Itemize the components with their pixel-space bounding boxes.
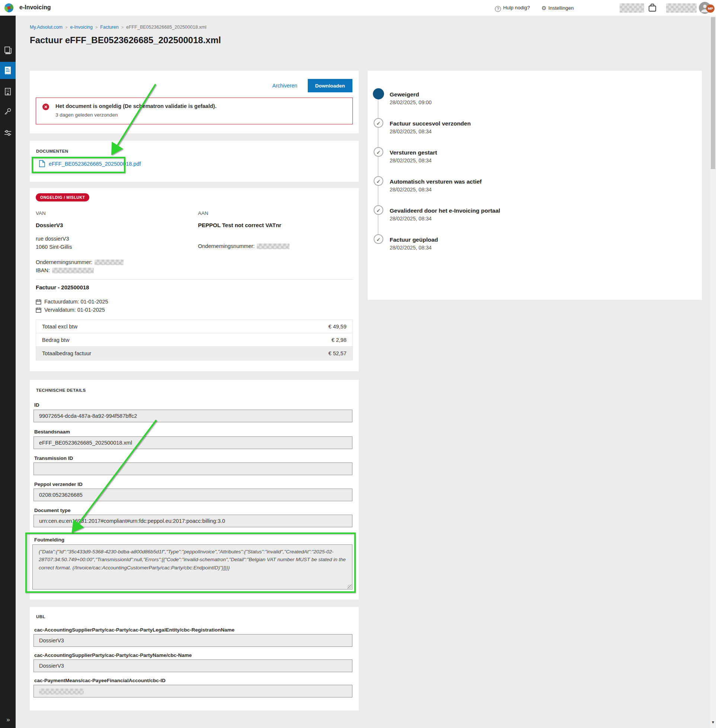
field-label-registration-name: cac-AccountingSupplierParty/cac-Party/ca… bbox=[34, 627, 234, 633]
documents-copy-icon bbox=[3, 46, 12, 55]
from-address-line1: rue dossierV3 bbox=[36, 236, 69, 242]
alert-subtitle: 3 dagen geleden verzonden bbox=[55, 112, 118, 118]
calendar-icon bbox=[36, 299, 41, 305]
settings-menu[interactable]: ⚙Instellingen bbox=[542, 5, 574, 12]
gear-icon: ⚙ bbox=[542, 5, 546, 11]
scrollbar-track[interactable]: ▼ bbox=[710, 16, 716, 728]
due-date-row: Vervaldatum: 01-01-2025 bbox=[36, 307, 105, 313]
scrollbar-down-arrow[interactable]: ▼ bbox=[711, 720, 715, 724]
documents-card: DOCUMENTEN eFFF_BE0523626685_202500018.p… bbox=[30, 141, 359, 182]
sidebar-item-keys[interactable] bbox=[0, 103, 16, 120]
check-icon: ✓ bbox=[374, 118, 383, 128]
field-label-bestandsnaam: Bestandsnaam bbox=[34, 429, 70, 435]
from-name: DossierV3 bbox=[36, 222, 63, 228]
field-id[interactable]: 99072654-dcda-487a-8a92-994f587bffc2 bbox=[33, 410, 352, 422]
table-row-total: Totaalbedrag factuur€ 52,57 bbox=[36, 347, 352, 360]
adsolut-logo-icon bbox=[5, 3, 14, 12]
field-label-payee-account-id: cac-PaymentMeans/cac-PayeeFinancialAccou… bbox=[34, 678, 165, 683]
validation-error-alert: ✕ Het document is ongeldig (De schematro… bbox=[36, 97, 353, 125]
check-icon: ✓ bbox=[374, 147, 383, 157]
breadcrumb-link-einvoicing[interactable]: e-Invoicing bbox=[70, 24, 92, 30]
field-registration-name[interactable]: DossierV3 bbox=[33, 634, 352, 647]
breadcrumb-separator: > bbox=[121, 25, 124, 29]
help-icon: ? bbox=[495, 6, 501, 12]
invoice-doc-title: Factuur - 202500018 bbox=[36, 284, 89, 290]
invoice-summary-card: ONGELDIG / MISLUKT VAN DossierV3 rue dos… bbox=[30, 188, 359, 371]
check-icon: ✓ bbox=[374, 234, 383, 244]
field-label-foutmelding: Foutmelding bbox=[34, 537, 64, 543]
invoice-list-icon bbox=[4, 66, 12, 75]
divider bbox=[36, 279, 353, 280]
breadcrumb-current: eFFF_BE0523626685_202500018.xml bbox=[126, 24, 206, 30]
breadcrumb: My.Adsolut.com>e-Invoicing>Facturen>eFFF… bbox=[30, 24, 206, 30]
from-iban: IBAN: bbox=[36, 267, 94, 273]
field-party-name[interactable]: DossierV3 bbox=[33, 660, 352, 672]
field-label-transmission-id: Transmission ID bbox=[34, 455, 73, 461]
breadcrumb-link-home[interactable]: My.Adsolut.com bbox=[30, 24, 62, 30]
totals-table: Totaal excl btw€ 49,59 Bedrag btw€ 2,98 … bbox=[36, 319, 353, 360]
table-row-vat: Bedrag btw€ 2,98 bbox=[36, 333, 352, 347]
field-peppol-verzender-id[interactable]: 0208:0523626685 bbox=[33, 489, 352, 501]
from-address-line2: 1060 Sint-Gillis bbox=[36, 244, 72, 250]
to-name: PEPPOL Test not correct VATnr bbox=[198, 222, 281, 228]
redacted-company-number bbox=[257, 243, 290, 249]
field-payee-account-id[interactable] bbox=[33, 685, 352, 698]
help-menu[interactable]: ?Hulp nodig? bbox=[495, 5, 530, 12]
sliders-icon bbox=[3, 128, 12, 137]
redacted-company-text bbox=[620, 3, 644, 13]
redacted-company-number bbox=[94, 260, 124, 265]
timeline-rejected-dot bbox=[373, 88, 384, 99]
download-button[interactable]: Downloaden bbox=[308, 79, 352, 92]
sidebar-item-preferences[interactable] bbox=[0, 125, 16, 141]
status-badge: ONGELDIG / MISLUKT bbox=[36, 193, 90, 201]
sidebar-item-invoices-active[interactable] bbox=[0, 62, 16, 79]
ubl-card: UBL cac-AccountingSupplierParty/cac-Part… bbox=[30, 607, 359, 710]
resize-grip[interactable] bbox=[347, 585, 352, 589]
field-label-id: ID bbox=[34, 402, 39, 408]
sidebar-item-documents[interactable] bbox=[0, 42, 16, 59]
settings-label: Instellingen bbox=[548, 5, 573, 11]
actions-card: Archiveren Downloaden ✕ Het document is … bbox=[30, 71, 359, 133]
topbar: e-Invoicing ?Hulp nodig? ⚙Instellingen M… bbox=[0, 0, 716, 16]
field-label-party-name: cac-AccountingSupplierParty/cac-Party/ca… bbox=[34, 652, 192, 658]
app-title: e-Invoicing bbox=[19, 4, 51, 11]
breadcrumb-separator: > bbox=[95, 25, 97, 29]
pdf-document-link-row[interactable]: eFFF_BE0523626685_202500018.pdf bbox=[39, 160, 141, 167]
file-icon bbox=[39, 160, 45, 167]
building-icon bbox=[3, 87, 12, 96]
to-company-number: Ondernemingsnummer: bbox=[198, 243, 290, 249]
to-label: AAN bbox=[198, 210, 208, 216]
documents-heading: DOCUMENTEN bbox=[36, 149, 68, 154]
briefcase-icon[interactable] bbox=[647, 3, 658, 13]
page-title: Factuur eFFF_BE0523626685_202500018.xml bbox=[30, 35, 221, 46]
from-label: VAN bbox=[36, 210, 46, 216]
scrollbar-thumb[interactable] bbox=[711, 17, 715, 169]
table-row-total-excl: Totaal excl btw€ 49,59 bbox=[36, 320, 352, 333]
archive-button[interactable]: Archiveren bbox=[272, 83, 297, 89]
alert-title: Het document is ongeldig (De schematron … bbox=[55, 103, 217, 109]
field-document-type[interactable]: urn:cen.eu:en16931:2017#compliant#urn:fd… bbox=[33, 515, 352, 527]
technical-heading: TECHNISCHE DETAILS bbox=[36, 388, 86, 392]
field-label-document-type: Document type bbox=[34, 508, 71, 513]
field-bestandsnaam[interactable]: eFFF_BE0523626685_202500018.xml bbox=[33, 436, 352, 449]
field-transmission-id[interactable] bbox=[33, 462, 352, 475]
field-foutmelding[interactable]: {"Data":{"Id":"35c433d9-5368-4230-bdba-a… bbox=[32, 544, 352, 590]
check-icon: ✓ bbox=[374, 176, 383, 186]
avatar-initials-badge[interactable]: MP bbox=[706, 5, 714, 13]
redacted-account-id bbox=[39, 688, 84, 695]
from-company-number: Ondernemingsnummer: bbox=[36, 259, 124, 265]
status-timeline-card: Geweigerd 28/02/2025, 09:00 ✓ Factuur su… bbox=[368, 71, 702, 300]
key-icon bbox=[3, 107, 12, 116]
pdf-file-link[interactable]: eFFF_BE0523626685_202500018.pdf bbox=[49, 161, 141, 167]
calendar-icon bbox=[36, 307, 41, 313]
sidebar-item-company[interactable] bbox=[0, 83, 16, 100]
timeline-connector bbox=[378, 94, 378, 239]
breadcrumb-link-facturen[interactable]: Facturen bbox=[100, 24, 118, 30]
redacted-user-text bbox=[666, 3, 697, 13]
e-invoicing-page: e-Invoicing ?Hulp nodig? ⚙Instellingen M… bbox=[0, 0, 716, 728]
redacted-iban bbox=[52, 268, 94, 273]
sidebar-expand-button[interactable]: » bbox=[0, 716, 16, 723]
field-label-peppol-verzender-id: Peppol verzender ID bbox=[34, 482, 83, 487]
error-cross-icon: ✕ bbox=[42, 103, 49, 110]
ubl-heading: UBL bbox=[36, 614, 46, 619]
